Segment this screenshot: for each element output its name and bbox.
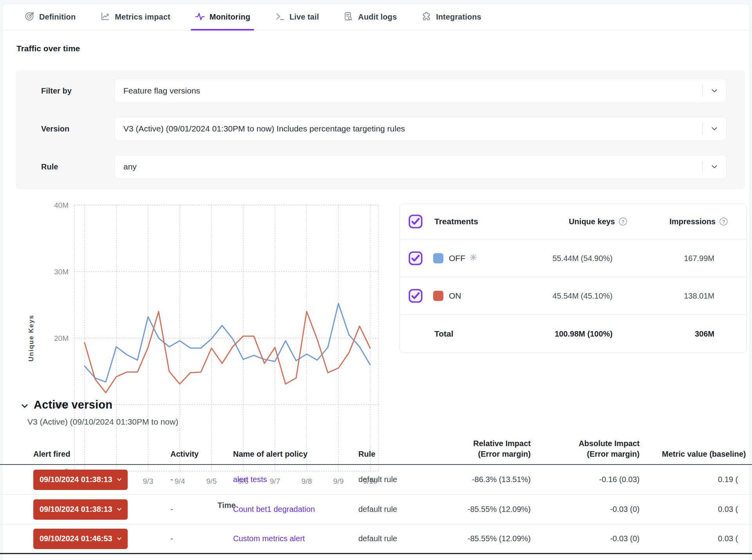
svg-text:Unique Keys: Unique Keys bbox=[27, 315, 35, 361]
col-activity: Activity bbox=[170, 449, 233, 459]
col-rule: Rule bbox=[358, 449, 450, 459]
alert-policy-link[interactable]: Count bet1 degradation bbox=[233, 505, 358, 514]
tab-label: Definition bbox=[39, 13, 76, 22]
svg-text:40M: 40M bbox=[54, 201, 69, 209]
alert-fired-cell: 09/10/2024 01:38:13 bbox=[33, 470, 170, 490]
alert-rule: default rule bbox=[358, 475, 450, 484]
audit-logs-icon bbox=[343, 11, 354, 23]
total-label: Total bbox=[434, 329, 454, 339]
svg-text:20M: 20M bbox=[54, 334, 69, 342]
col-relative-impact: Relative Impact (Error margin) bbox=[450, 438, 531, 459]
tab-monitoring[interactable]: Monitoring bbox=[195, 4, 250, 30]
alert-fired-badge[interactable]: 09/10/2024 01:46:53 bbox=[33, 529, 128, 549]
filter-row-filter-by: Filter by Feature flag versions bbox=[16, 79, 745, 103]
active-version-header[interactable]: Active version bbox=[20, 398, 112, 411]
alert-row: 09/10/2024 01:38:13 - alert tests defaul… bbox=[0, 465, 752, 495]
chevron-down-icon[interactable] bbox=[703, 125, 726, 132]
treatments-rows: OFF 55.44M (54.90%) 167.99M ON 45.54M (4… bbox=[400, 239, 746, 315]
treatment-checkbox[interactable] bbox=[409, 289, 423, 303]
treatment-unique-keys: 45.54M (45.10%) bbox=[553, 291, 613, 300]
col-absolute-impact: Absolute Impact (Error margin) bbox=[531, 438, 640, 459]
col-policy: Name of alert policy bbox=[233, 449, 358, 459]
svg-text:?: ? bbox=[722, 219, 725, 225]
tab-integrations[interactable]: Integrations bbox=[421, 4, 481, 30]
page-title: Traffic over time bbox=[16, 44, 80, 53]
alert-rule: default rule bbox=[358, 534, 450, 543]
terminal-icon bbox=[275, 11, 285, 23]
chevron-down-icon[interactable] bbox=[703, 163, 726, 170]
treatments-total-row: Total 100.98M (100%) 306M bbox=[400, 315, 746, 353]
tab-metrics-impact[interactable]: Metrics impact bbox=[100, 4, 170, 30]
alert-policy-link[interactable]: Custom metrics alert bbox=[233, 534, 358, 543]
chevron-down-icon bbox=[20, 402, 29, 411]
tab-audit-logs[interactable]: Audit logs bbox=[343, 4, 397, 30]
pulse-icon bbox=[195, 11, 205, 23]
svg-text:?: ? bbox=[622, 219, 625, 225]
version-select[interactable]: V3 (Active) (09/01/2024 01:30PM to now) … bbox=[114, 117, 727, 141]
series-swatch bbox=[433, 253, 443, 263]
alert-activity: - bbox=[170, 534, 233, 543]
alert-metric-value: 0.19 ( bbox=[640, 475, 752, 484]
svg-text:30M: 30M bbox=[54, 268, 69, 276]
alert-row: 09/10/2024 01:46:53 - Custom metrics ale… bbox=[0, 524, 752, 554]
chart-icon bbox=[100, 11, 110, 23]
treatment-checkbox[interactable] bbox=[409, 251, 423, 265]
filter-by-select[interactable]: Feature flag versions bbox=[114, 79, 727, 103]
col-metric-value: Metric value (baseline) bbox=[640, 449, 752, 459]
alert-fired-cell: 09/10/2024 01:46:53 bbox=[33, 529, 170, 549]
tab-live-tail[interactable]: Live tail bbox=[275, 4, 319, 30]
chevron-down-icon[interactable] bbox=[703, 87, 726, 94]
tab-label: Metrics impact bbox=[115, 13, 170, 22]
alert-activity: - bbox=[170, 505, 233, 514]
alert-metric-value: 0.03 ( bbox=[640, 505, 752, 514]
tab-label: Integrations bbox=[436, 13, 481, 22]
alert-absolute-impact: -0.03 (0) bbox=[531, 534, 640, 543]
chevron-down-icon bbox=[116, 477, 122, 483]
series-swatch bbox=[433, 291, 443, 301]
alerts-table: Alert fired Activity Name of alert polic… bbox=[0, 430, 752, 554]
chevron-down-icon bbox=[116, 506, 122, 512]
alert-relative-impact: -86.3% (13.51%) bbox=[450, 475, 531, 484]
rule-select[interactable]: any bbox=[114, 155, 727, 179]
version-label: Version bbox=[41, 124, 69, 133]
treatments-column-header: Treatments bbox=[434, 217, 478, 226]
tab-bar: Definition Metrics impact Monitoring bbox=[2, 4, 750, 31]
filter-by-label: Filter by bbox=[41, 86, 72, 95]
alert-fired-badge[interactable]: 09/10/2024 01:38:13 bbox=[33, 470, 128, 490]
target-icon bbox=[24, 11, 35, 23]
tab-label: Live tail bbox=[289, 13, 319, 22]
tab-label: Monitoring bbox=[210, 13, 250, 22]
alert-activity: - bbox=[170, 475, 233, 484]
unique-keys-column-header: Unique keys ? bbox=[569, 217, 627, 226]
alert-table-body: 09/10/2024 01:38:13 - alert tests defaul… bbox=[0, 465, 752, 554]
alert-metric-value: 0.03 ( bbox=[640, 534, 752, 543]
treatment-unique-keys: 55.44M (54.90%) bbox=[553, 254, 613, 263]
total-unique-keys: 100.98M (100%) bbox=[555, 329, 613, 338]
treatment-name: ON bbox=[449, 291, 461, 301]
alert-rule: default rule bbox=[358, 505, 450, 514]
tab-label: Audit logs bbox=[358, 13, 397, 22]
treatment-impressions: 138.01M bbox=[684, 291, 714, 300]
col-alert-fired: Alert fired bbox=[33, 449, 170, 459]
alert-fired-badge[interactable]: 09/10/2024 01:38:13 bbox=[33, 499, 128, 520]
alert-relative-impact: -85.55% (12.09%) bbox=[450, 505, 531, 514]
treatments-panel: Treatments Unique keys ? Impressions ? O… bbox=[400, 203, 747, 353]
alert-absolute-impact: -0.03 (0) bbox=[531, 505, 640, 514]
chevron-down-icon bbox=[116, 536, 122, 542]
puzzle-icon bbox=[421, 11, 432, 23]
monitoring-page: Definition Metrics impact Monitoring bbox=[0, 0, 752, 560]
alerts-table-header: Alert fired Activity Name of alert polic… bbox=[0, 430, 752, 465]
filter-by-value: Feature flag versions bbox=[115, 86, 702, 95]
version-value: V3 (Active) (09/01/2024 01:30PM to now) … bbox=[115, 124, 702, 133]
help-icon[interactable]: ? bbox=[618, 217, 627, 226]
alert-absolute-impact: -0.16 (0.03) bbox=[531, 475, 640, 484]
treatment-row: ON 45.54M (45.10%) 138.01M bbox=[400, 277, 746, 315]
active-version-subtitle: V3 (Active) (09/10/2024 01:30PM to now) bbox=[27, 417, 178, 427]
treatments-header: Treatments Unique keys ? Impressions ? bbox=[400, 204, 746, 239]
total-impressions: 306M bbox=[695, 329, 714, 338]
help-icon[interactable]: ? bbox=[719, 217, 728, 226]
tab-definition[interactable]: Definition bbox=[24, 4, 76, 30]
treatment-row: OFF 55.44M (54.90%) 167.99M bbox=[400, 239, 746, 277]
select-all-checkbox[interactable] bbox=[409, 214, 423, 229]
alert-policy-link[interactable]: alert tests bbox=[233, 475, 358, 484]
